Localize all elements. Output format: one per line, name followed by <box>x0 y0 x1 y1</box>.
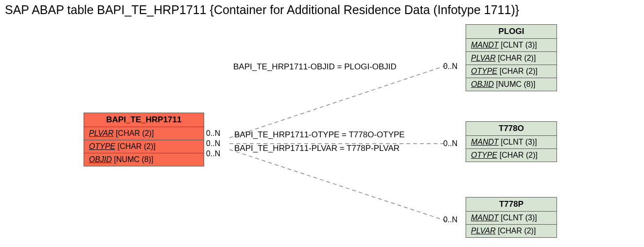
entity-field: PLVAR [CHAR (2)] <box>466 225 557 237</box>
entity-plogi: PLOGI MANDT [CLNT (3)] PLVAR [CHAR (2)] … <box>466 24 557 91</box>
relation-label: BAPI_TE_HRP1711-OBJID = PLOGI-OBJID <box>233 62 397 72</box>
entity-header: PLOGI <box>466 25 557 39</box>
entity-field: PLVAR [CHAR (2)] <box>466 52 557 65</box>
cardinality: 0..N <box>443 139 457 148</box>
svg-line-0 <box>229 66 446 138</box>
cardinality: 0..N <box>443 62 457 71</box>
cardinality: 0..N <box>206 149 220 158</box>
entity-header: T778O <box>466 122 557 136</box>
entity-field: PLVAR [CHAR (2)] <box>84 127 204 140</box>
entity-field: OTYPE [CHAR (2)] <box>466 149 557 162</box>
entity-field: MANDT [CLNT (3)] <box>466 136 557 149</box>
cardinality: 0..N <box>206 139 220 148</box>
entity-field: OTYPE [CHAR (2)] <box>84 140 204 153</box>
relation-label: BAPI_TE_HRP1711-OTYPE = T778O-OTYPE <box>234 130 405 140</box>
entity-t778o: T778O MANDT [CLNT (3)] OTYPE [CHAR (2)] <box>466 121 557 162</box>
entity-bapi-te-hrp1711: BAPI_TE_HRP1711 PLVAR [CHAR (2)] OTYPE [… <box>84 113 204 166</box>
entity-t778p: T778P MANDT [CLNT (3)] PLVAR [CHAR (2)] <box>466 197 557 238</box>
entity-field: OBJID [NUMC (8)] <box>466 78 557 91</box>
entity-field: OTYPE [CHAR (2)] <box>466 65 557 78</box>
entity-field: OBJID [NUMC (8)] <box>84 153 204 166</box>
entity-field: MANDT [CLNT (3)] <box>466 39 557 52</box>
entity-field: MANDT [CLNT (3)] <box>466 212 557 225</box>
svg-line-2 <box>229 149 446 221</box>
entity-header: BAPI_TE_HRP1711 <box>84 113 204 127</box>
cardinality: 0..N <box>206 129 220 138</box>
page-title: SAP ABAP table BAPI_TE_HRP1711 {Containe… <box>5 3 519 17</box>
relation-label: BAPI_TE_HRP1711-PLVAR = T778P-PLVAR <box>234 144 400 153</box>
entity-header: T778P <box>466 198 557 212</box>
cardinality: 0..N <box>443 215 457 224</box>
